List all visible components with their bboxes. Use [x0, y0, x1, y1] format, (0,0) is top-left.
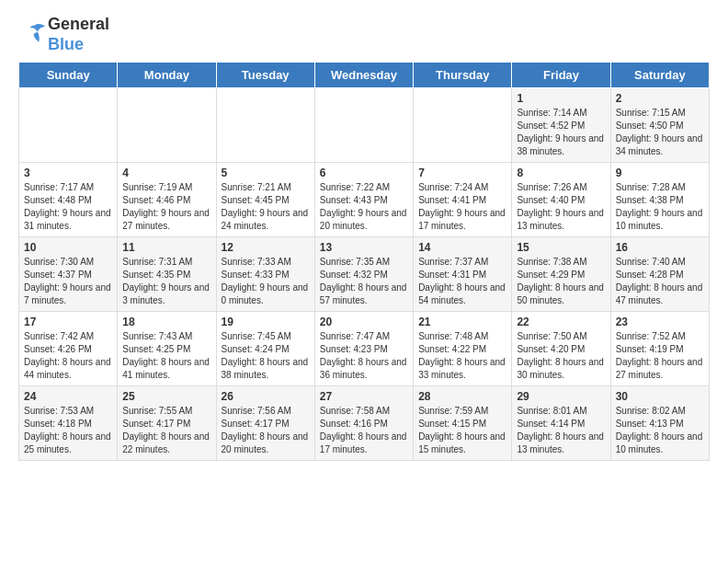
days-of-week-row: SundayMondayTuesdayWednesdayThursdayFrid…: [19, 63, 710, 88]
day-info: Sunrise: 7:15 AMSunset: 4:50 PMDaylight:…: [616, 107, 704, 158]
day-info: Sunrise: 7:24 AMSunset: 4:41 PMDaylight:…: [418, 181, 506, 233]
day-info: Sunrise: 7:26 AMSunset: 4:40 PMDaylight:…: [517, 181, 605, 233]
calendar-cell: 19Sunrise: 7:45 AMSunset: 4:24 PMDayligh…: [216, 312, 314, 386]
calendar-cell: 17Sunrise: 7:42 AMSunset: 4:26 PMDayligh…: [19, 312, 118, 386]
day-info: Sunrise: 7:47 AMSunset: 4:23 PMDaylight:…: [320, 330, 408, 382]
calendar-cell: 3Sunrise: 7:17 AMSunset: 4:48 PMDaylight…: [19, 163, 118, 237]
day-of-week-header: Sunday: [19, 63, 118, 88]
day-number: 3: [24, 167, 112, 179]
calendar-cell: 29Sunrise: 8:01 AMSunset: 4:14 PMDayligh…: [512, 386, 610, 461]
calendar-cell: 27Sunrise: 7:58 AMSunset: 4:16 PMDayligh…: [314, 386, 413, 461]
day-info: Sunrise: 7:30 AMSunset: 4:37 PMDaylight:…: [24, 256, 112, 307]
day-info: Sunrise: 7:35 AMSunset: 4:32 PMDaylight:…: [320, 256, 408, 307]
day-info: Sunrise: 7:45 AMSunset: 4:24 PMDaylight:…: [222, 330, 310, 382]
calendar-cell: 2Sunrise: 7:15 AMSunset: 4:50 PMDaylight…: [610, 88, 709, 163]
day-info: Sunrise: 7:33 AMSunset: 4:33 PMDaylight:…: [222, 256, 310, 307]
day-number: 20: [320, 316, 408, 328]
day-info: Sunrise: 7:55 AMSunset: 4:17 PMDaylight:…: [122, 405, 210, 456]
calendar-week-row: 24Sunrise: 7:53 AMSunset: 4:18 PMDayligh…: [19, 386, 710, 461]
day-number: 4: [122, 167, 210, 179]
day-number: 29: [517, 390, 605, 403]
calendar-cell: [216, 88, 314, 163]
calendar-cell: 11Sunrise: 7:31 AMSunset: 4:35 PMDayligh…: [118, 237, 216, 312]
header: General Blue: [0, 0, 728, 62]
calendar-cell: 20Sunrise: 7:47 AMSunset: 4:23 PMDayligh…: [314, 312, 413, 386]
calendar-cell: 30Sunrise: 8:02 AMSunset: 4:13 PMDayligh…: [610, 386, 709, 461]
day-number: 5: [222, 167, 310, 179]
day-number: 23: [616, 316, 704, 328]
calendar-cell: 14Sunrise: 7:37 AMSunset: 4:31 PMDayligh…: [414, 237, 512, 312]
day-of-week-header: Friday: [512, 63, 610, 88]
day-info: Sunrise: 7:21 AMSunset: 4:45 PMDaylight:…: [222, 181, 310, 233]
day-info: Sunrise: 7:31 AMSunset: 4:35 PMDaylight:…: [122, 256, 210, 307]
day-info: Sunrise: 7:53 AMSunset: 4:18 PMDaylight:…: [24, 405, 112, 456]
day-number: 19: [222, 316, 310, 328]
calendar-cell: 18Sunrise: 7:43 AMSunset: 4:25 PMDayligh…: [118, 312, 216, 386]
day-of-week-header: Thursday: [414, 63, 512, 88]
day-number: 22: [517, 316, 605, 328]
calendar-cell: 1Sunrise: 7:14 AMSunset: 4:52 PMDaylight…: [512, 88, 610, 163]
day-info: Sunrise: 7:58 AMSunset: 4:16 PMDaylight:…: [320, 405, 408, 456]
calendar-cell: 25Sunrise: 7:55 AMSunset: 4:17 PMDayligh…: [118, 386, 216, 461]
day-number: 13: [320, 241, 408, 254]
day-number: 16: [616, 241, 704, 254]
day-number: 7: [418, 167, 506, 179]
day-number: 1: [517, 92, 605, 105]
day-number: 8: [517, 167, 605, 179]
day-info: Sunrise: 7:38 AMSunset: 4:29 PMDaylight:…: [517, 256, 605, 307]
day-number: 14: [418, 241, 506, 254]
calendar-cell: 16Sunrise: 7:40 AMSunset: 4:28 PMDayligh…: [610, 237, 709, 312]
day-number: 25: [122, 390, 210, 403]
logo-bird-icon: [22, 20, 48, 46]
calendar-week-row: 17Sunrise: 7:42 AMSunset: 4:26 PMDayligh…: [19, 312, 710, 386]
calendar-header: SundayMondayTuesdayWednesdayThursdayFrid…: [19, 63, 710, 88]
calendar-week-row: 1Sunrise: 7:14 AMSunset: 4:52 PMDaylight…: [19, 88, 710, 163]
day-number: 18: [122, 316, 210, 328]
calendar-cell: 21Sunrise: 7:48 AMSunset: 4:22 PMDayligh…: [414, 312, 512, 386]
calendar-cell: 28Sunrise: 7:59 AMSunset: 4:15 PMDayligh…: [414, 386, 512, 461]
day-info: Sunrise: 7:37 AMSunset: 4:31 PMDaylight:…: [418, 256, 506, 307]
calendar-cell: [314, 88, 413, 163]
day-number: 17: [24, 316, 112, 328]
day-info: Sunrise: 7:50 AMSunset: 4:20 PMDaylight:…: [517, 330, 605, 382]
calendar-week-row: 10Sunrise: 7:30 AMSunset: 4:37 PMDayligh…: [19, 237, 710, 312]
day-number: 12: [222, 241, 310, 254]
calendar-cell: 23Sunrise: 7:52 AMSunset: 4:19 PMDayligh…: [610, 312, 709, 386]
calendar-cell: 8Sunrise: 7:26 AMSunset: 4:40 PMDaylight…: [512, 163, 610, 237]
day-number: 27: [320, 390, 408, 403]
day-info: Sunrise: 7:52 AMSunset: 4:19 PMDaylight:…: [616, 330, 704, 382]
day-info: Sunrise: 7:59 AMSunset: 4:15 PMDaylight:…: [418, 405, 506, 456]
day-info: Sunrise: 7:48 AMSunset: 4:22 PMDaylight:…: [418, 330, 506, 382]
calendar-cell: 12Sunrise: 7:33 AMSunset: 4:33 PMDayligh…: [216, 237, 314, 312]
calendar-week-row: 3Sunrise: 7:17 AMSunset: 4:48 PMDaylight…: [19, 163, 710, 237]
calendar-table: SundayMondayTuesdayWednesdayThursdayFrid…: [18, 62, 710, 461]
day-info: Sunrise: 7:43 AMSunset: 4:25 PMDaylight:…: [122, 330, 210, 382]
logo: General Blue: [18, 15, 109, 54]
calendar-cell: [19, 88, 118, 163]
calendar-cell: 6Sunrise: 7:22 AMSunset: 4:43 PMDaylight…: [314, 163, 413, 237]
calendar-cell: 26Sunrise: 7:56 AMSunset: 4:17 PMDayligh…: [216, 386, 314, 461]
day-info: Sunrise: 7:40 AMSunset: 4:28 PMDaylight:…: [616, 256, 704, 307]
day-number: 10: [24, 241, 112, 254]
day-info: Sunrise: 7:42 AMSunset: 4:26 PMDaylight:…: [24, 330, 112, 382]
day-number: 30: [616, 390, 704, 403]
calendar-cell: 4Sunrise: 7:19 AMSunset: 4:46 PMDaylight…: [118, 163, 216, 237]
day-number: 11: [122, 241, 210, 254]
calendar-wrapper: SundayMondayTuesdayWednesdayThursdayFrid…: [0, 62, 728, 470]
calendar-cell: 7Sunrise: 7:24 AMSunset: 4:41 PMDaylight…: [414, 163, 512, 237]
day-of-week-header: Monday: [118, 63, 216, 88]
calendar-cell: 13Sunrise: 7:35 AMSunset: 4:32 PMDayligh…: [314, 237, 413, 312]
day-info: Sunrise: 7:14 AMSunset: 4:52 PMDaylight:…: [517, 107, 605, 158]
calendar-cell: 15Sunrise: 7:38 AMSunset: 4:29 PMDayligh…: [512, 237, 610, 312]
day-of-week-header: Saturday: [610, 63, 709, 88]
day-info: Sunrise: 7:56 AMSunset: 4:17 PMDaylight:…: [222, 405, 310, 456]
day-info: Sunrise: 8:01 AMSunset: 4:14 PMDaylight:…: [517, 405, 605, 456]
day-of-week-header: Wednesday: [314, 63, 413, 88]
calendar-cell: [414, 88, 512, 163]
day-number: 21: [418, 316, 506, 328]
page-container: General Blue SundayMondayTuesdayWednesda…: [0, 0, 728, 470]
day-info: Sunrise: 7:17 AMSunset: 4:48 PMDaylight:…: [24, 181, 112, 233]
day-info: Sunrise: 7:19 AMSunset: 4:46 PMDaylight:…: [122, 181, 210, 233]
calendar-cell: [118, 88, 216, 163]
calendar-body: 1Sunrise: 7:14 AMSunset: 4:52 PMDaylight…: [19, 88, 710, 461]
